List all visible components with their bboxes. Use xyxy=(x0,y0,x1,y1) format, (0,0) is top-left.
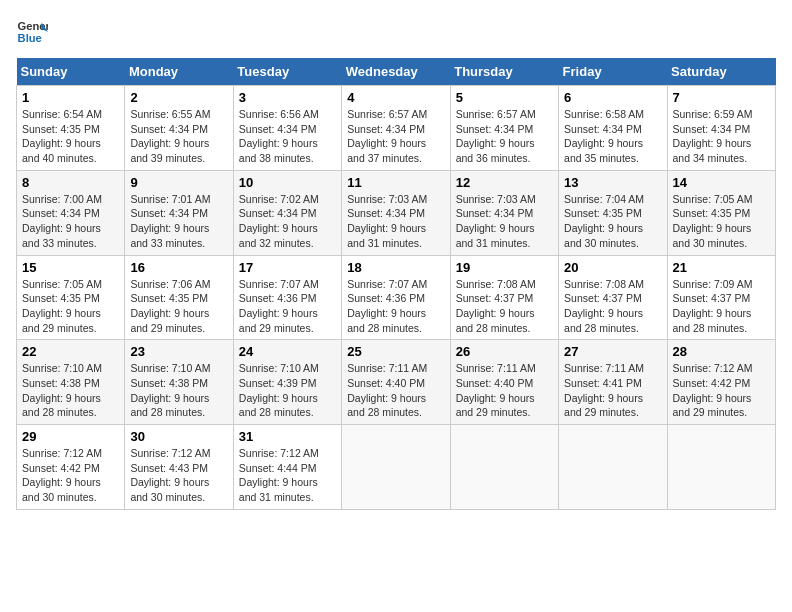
day-info: Sunrise: 7:03 AMSunset: 4:34 PMDaylight:… xyxy=(456,192,553,251)
calendar-cell: 20Sunrise: 7:08 AMSunset: 4:37 PMDayligh… xyxy=(559,255,667,340)
weekday-header-thursday: Thursday xyxy=(450,58,558,86)
header: General Blue xyxy=(16,16,776,48)
calendar-cell: 16Sunrise: 7:06 AMSunset: 4:35 PMDayligh… xyxy=(125,255,233,340)
day-number: 22 xyxy=(22,344,119,359)
weekday-header-tuesday: Tuesday xyxy=(233,58,341,86)
calendar-week-2: 8Sunrise: 7:00 AMSunset: 4:34 PMDaylight… xyxy=(17,170,776,255)
day-info: Sunrise: 6:56 AMSunset: 4:34 PMDaylight:… xyxy=(239,107,336,166)
calendar-cell xyxy=(342,425,450,510)
calendar-cell: 19Sunrise: 7:08 AMSunset: 4:37 PMDayligh… xyxy=(450,255,558,340)
day-info: Sunrise: 7:07 AMSunset: 4:36 PMDaylight:… xyxy=(347,277,444,336)
day-info: Sunrise: 6:58 AMSunset: 4:34 PMDaylight:… xyxy=(564,107,661,166)
day-number: 9 xyxy=(130,175,227,190)
day-info: Sunrise: 7:12 AMSunset: 4:44 PMDaylight:… xyxy=(239,446,336,505)
day-number: 4 xyxy=(347,90,444,105)
calendar-cell: 22Sunrise: 7:10 AMSunset: 4:38 PMDayligh… xyxy=(17,340,125,425)
day-info: Sunrise: 7:11 AMSunset: 4:41 PMDaylight:… xyxy=(564,361,661,420)
day-number: 14 xyxy=(673,175,770,190)
calendar-cell: 23Sunrise: 7:10 AMSunset: 4:38 PMDayligh… xyxy=(125,340,233,425)
day-info: Sunrise: 6:57 AMSunset: 4:34 PMDaylight:… xyxy=(456,107,553,166)
day-info: Sunrise: 6:57 AMSunset: 4:34 PMDaylight:… xyxy=(347,107,444,166)
calendar-cell: 28Sunrise: 7:12 AMSunset: 4:42 PMDayligh… xyxy=(667,340,775,425)
calendar-cell: 7Sunrise: 6:59 AMSunset: 4:34 PMDaylight… xyxy=(667,86,775,171)
day-number: 11 xyxy=(347,175,444,190)
calendar-cell: 24Sunrise: 7:10 AMSunset: 4:39 PMDayligh… xyxy=(233,340,341,425)
day-info: Sunrise: 7:12 AMSunset: 4:42 PMDaylight:… xyxy=(22,446,119,505)
day-number: 24 xyxy=(239,344,336,359)
weekday-header-row: SundayMondayTuesdayWednesdayThursdayFrid… xyxy=(17,58,776,86)
calendar-cell: 29Sunrise: 7:12 AMSunset: 4:42 PMDayligh… xyxy=(17,425,125,510)
day-number: 15 xyxy=(22,260,119,275)
calendar-cell: 10Sunrise: 7:02 AMSunset: 4:34 PMDayligh… xyxy=(233,170,341,255)
day-info: Sunrise: 7:08 AMSunset: 4:37 PMDaylight:… xyxy=(564,277,661,336)
calendar-cell: 31Sunrise: 7:12 AMSunset: 4:44 PMDayligh… xyxy=(233,425,341,510)
weekday-header-monday: Monday xyxy=(125,58,233,86)
day-number: 23 xyxy=(130,344,227,359)
day-number: 16 xyxy=(130,260,227,275)
day-info: Sunrise: 7:06 AMSunset: 4:35 PMDaylight:… xyxy=(130,277,227,336)
day-info: Sunrise: 7:11 AMSunset: 4:40 PMDaylight:… xyxy=(347,361,444,420)
day-number: 10 xyxy=(239,175,336,190)
day-number: 26 xyxy=(456,344,553,359)
calendar-cell: 25Sunrise: 7:11 AMSunset: 4:40 PMDayligh… xyxy=(342,340,450,425)
day-info: Sunrise: 6:59 AMSunset: 4:34 PMDaylight:… xyxy=(673,107,770,166)
calendar-cell: 15Sunrise: 7:05 AMSunset: 4:35 PMDayligh… xyxy=(17,255,125,340)
calendar-cell: 21Sunrise: 7:09 AMSunset: 4:37 PMDayligh… xyxy=(667,255,775,340)
day-info: Sunrise: 7:11 AMSunset: 4:40 PMDaylight:… xyxy=(456,361,553,420)
calendar-week-4: 22Sunrise: 7:10 AMSunset: 4:38 PMDayligh… xyxy=(17,340,776,425)
weekday-header-friday: Friday xyxy=(559,58,667,86)
day-number: 6 xyxy=(564,90,661,105)
day-number: 7 xyxy=(673,90,770,105)
day-number: 18 xyxy=(347,260,444,275)
calendar-cell: 26Sunrise: 7:11 AMSunset: 4:40 PMDayligh… xyxy=(450,340,558,425)
day-number: 28 xyxy=(673,344,770,359)
day-info: Sunrise: 7:01 AMSunset: 4:34 PMDaylight:… xyxy=(130,192,227,251)
day-number: 17 xyxy=(239,260,336,275)
weekday-header-sunday: Sunday xyxy=(17,58,125,86)
day-number: 3 xyxy=(239,90,336,105)
calendar-cell: 9Sunrise: 7:01 AMSunset: 4:34 PMDaylight… xyxy=(125,170,233,255)
day-info: Sunrise: 7:03 AMSunset: 4:34 PMDaylight:… xyxy=(347,192,444,251)
day-info: Sunrise: 7:05 AMSunset: 4:35 PMDaylight:… xyxy=(22,277,119,336)
calendar-cell: 1Sunrise: 6:54 AMSunset: 4:35 PMDaylight… xyxy=(17,86,125,171)
day-number: 20 xyxy=(564,260,661,275)
calendar-cell: 13Sunrise: 7:04 AMSunset: 4:35 PMDayligh… xyxy=(559,170,667,255)
logo: General Blue xyxy=(16,16,48,48)
calendar-cell: 6Sunrise: 6:58 AMSunset: 4:34 PMDaylight… xyxy=(559,86,667,171)
day-info: Sunrise: 7:10 AMSunset: 4:38 PMDaylight:… xyxy=(130,361,227,420)
day-number: 29 xyxy=(22,429,119,444)
day-info: Sunrise: 7:02 AMSunset: 4:34 PMDaylight:… xyxy=(239,192,336,251)
calendar-cell: 12Sunrise: 7:03 AMSunset: 4:34 PMDayligh… xyxy=(450,170,558,255)
calendar-table: SundayMondayTuesdayWednesdayThursdayFrid… xyxy=(16,58,776,510)
day-number: 19 xyxy=(456,260,553,275)
day-number: 27 xyxy=(564,344,661,359)
calendar-cell: 30Sunrise: 7:12 AMSunset: 4:43 PMDayligh… xyxy=(125,425,233,510)
calendar-cell: 8Sunrise: 7:00 AMSunset: 4:34 PMDaylight… xyxy=(17,170,125,255)
day-info: Sunrise: 7:05 AMSunset: 4:35 PMDaylight:… xyxy=(673,192,770,251)
calendar-cell: 18Sunrise: 7:07 AMSunset: 4:36 PMDayligh… xyxy=(342,255,450,340)
day-number: 31 xyxy=(239,429,336,444)
calendar-week-3: 15Sunrise: 7:05 AMSunset: 4:35 PMDayligh… xyxy=(17,255,776,340)
day-info: Sunrise: 7:10 AMSunset: 4:38 PMDaylight:… xyxy=(22,361,119,420)
calendar-cell xyxy=(667,425,775,510)
calendar-cell: 3Sunrise: 6:56 AMSunset: 4:34 PMDaylight… xyxy=(233,86,341,171)
day-number: 12 xyxy=(456,175,553,190)
day-info: Sunrise: 6:55 AMSunset: 4:34 PMDaylight:… xyxy=(130,107,227,166)
day-info: Sunrise: 7:00 AMSunset: 4:34 PMDaylight:… xyxy=(22,192,119,251)
day-info: Sunrise: 7:12 AMSunset: 4:43 PMDaylight:… xyxy=(130,446,227,505)
day-number: 21 xyxy=(673,260,770,275)
day-number: 8 xyxy=(22,175,119,190)
day-number: 2 xyxy=(130,90,227,105)
day-info: Sunrise: 7:08 AMSunset: 4:37 PMDaylight:… xyxy=(456,277,553,336)
weekday-header-wednesday: Wednesday xyxy=(342,58,450,86)
day-info: Sunrise: 7:09 AMSunset: 4:37 PMDaylight:… xyxy=(673,277,770,336)
day-number: 5 xyxy=(456,90,553,105)
calendar-cell: 27Sunrise: 7:11 AMSunset: 4:41 PMDayligh… xyxy=(559,340,667,425)
calendar-cell: 17Sunrise: 7:07 AMSunset: 4:36 PMDayligh… xyxy=(233,255,341,340)
calendar-cell: 5Sunrise: 6:57 AMSunset: 4:34 PMDaylight… xyxy=(450,86,558,171)
day-number: 1 xyxy=(22,90,119,105)
calendar-cell: 14Sunrise: 7:05 AMSunset: 4:35 PMDayligh… xyxy=(667,170,775,255)
calendar-cell xyxy=(559,425,667,510)
calendar-cell: 4Sunrise: 6:57 AMSunset: 4:34 PMDaylight… xyxy=(342,86,450,171)
calendar-week-1: 1Sunrise: 6:54 AMSunset: 4:35 PMDaylight… xyxy=(17,86,776,171)
